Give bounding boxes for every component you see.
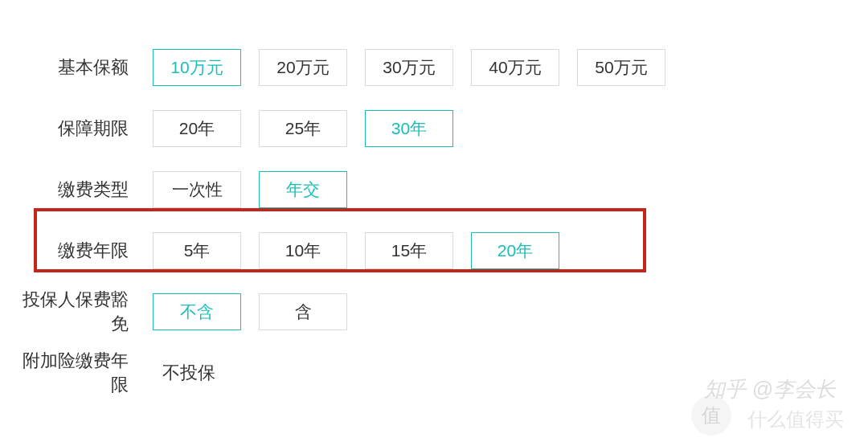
label-payment-type: 缴费类型 — [8, 178, 153, 202]
options-basic-amount: 10万元 20万元 30万元 40万元 50万元 — [153, 49, 665, 86]
option-waiver-yes[interactable]: 含 — [259, 293, 347, 330]
option-payment-once[interactable]: 一次性 — [153, 171, 241, 208]
option-basic-amount-10w[interactable]: 10万元 — [153, 49, 241, 86]
label-basic-amount: 基本保额 — [8, 55, 153, 80]
row-additional: 附加险缴费年限 不投保 — [8, 354, 860, 392]
option-years-5[interactable]: 5年 — [153, 232, 241, 269]
row-waiver: 投保人保费豁免 不含 含 — [8, 293, 860, 331]
option-years-20[interactable]: 20年 — [471, 232, 559, 269]
option-basic-amount-20w[interactable]: 20万元 — [259, 49, 347, 86]
label-waiver: 投保人保费豁免 — [8, 288, 153, 336]
option-years-15[interactable]: 15年 — [365, 232, 453, 269]
insurance-options-form: 基本保额 10万元 20万元 30万元 40万元 50万元 保障期限 20年 2… — [0, 0, 868, 392]
label-coverage-period: 保障期限 — [8, 117, 153, 141]
options-coverage-period: 20年 25年 30年 — [153, 110, 453, 147]
row-coverage-period: 保障期限 20年 25年 30年 — [8, 109, 860, 148]
value-additional: 不投保 — [153, 361, 215, 385]
options-waiver: 不含 含 — [153, 293, 347, 330]
label-payment-years: 缴费年限 — [8, 239, 153, 263]
watermark-smzdm: 什么值得买 — [747, 407, 844, 432]
options-payment-years: 5年 10年 15年 20年 — [153, 232, 559, 269]
label-additional: 附加险缴费年限 — [8, 349, 153, 397]
option-payment-annual[interactable]: 年交 — [259, 171, 347, 208]
option-years-10[interactable]: 10年 — [259, 232, 347, 269]
options-payment-type: 一次性 年交 — [153, 171, 347, 208]
row-payment-years: 缴费年限 5年 10年 15年 20年 — [8, 231, 860, 270]
option-basic-amount-40w[interactable]: 40万元 — [471, 49, 559, 86]
option-coverage-30y[interactable]: 30年 — [365, 110, 453, 147]
row-basic-amount: 基本保额 10万元 20万元 30万元 40万元 50万元 — [8, 48, 860, 87]
row-payment-type: 缴费类型 一次性 年交 — [8, 170, 860, 209]
option-coverage-20y[interactable]: 20年 — [153, 110, 241, 147]
option-waiver-no[interactable]: 不含 — [153, 293, 241, 330]
option-basic-amount-30w[interactable]: 30万元 — [365, 49, 453, 86]
option-coverage-25y[interactable]: 25年 — [259, 110, 347, 147]
watermark-badge-icon: 值 — [691, 395, 731, 436]
option-basic-amount-50w[interactable]: 50万元 — [577, 49, 665, 86]
